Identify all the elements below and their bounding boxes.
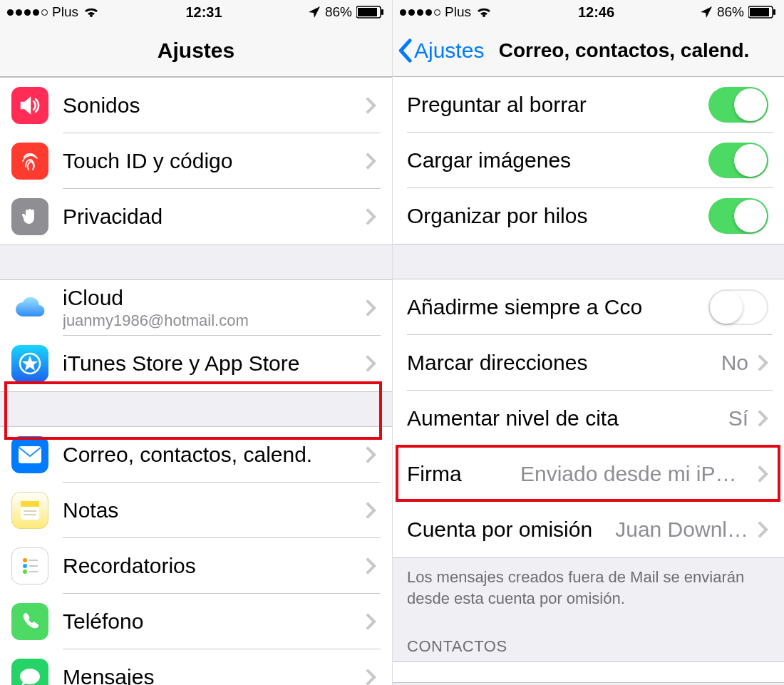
chevron-right-icon — [365, 354, 376, 373]
svg-rect-1 — [358, 8, 377, 16]
chevron-right-icon — [365, 668, 376, 685]
toggle-switch[interactable] — [708, 289, 768, 325]
battery-percent: 86% — [325, 4, 352, 20]
row-label: Notas — [63, 498, 356, 522]
battery-percent: 86% — [717, 4, 744, 20]
mail-settings-list[interactable]: Preguntar al borrar Cargar imágenes Orga… — [393, 77, 784, 685]
row-label: Firma — [407, 462, 512, 486]
clock: 12:46 — [578, 4, 614, 21]
svg-rect-2 — [381, 9, 383, 15]
settings-list[interactable]: Sonidos Touch ID y código Privacidad — [0, 77, 392, 685]
chevron-right-icon — [365, 152, 376, 170]
svg-rect-16 — [750, 8, 769, 16]
row-touchid[interactable]: Touch ID y código — [0, 133, 392, 189]
page-title: Ajustes — [158, 38, 234, 63]
carrier-label: Plus — [52, 4, 78, 20]
row-label: Marcar direcciones — [407, 351, 713, 375]
row-label: Teléfono — [63, 609, 356, 634]
mail-settings-pane: Plus 12:46 86% Ajustes Correo, contactos… — [392, 0, 784, 685]
settings-group — [393, 661, 784, 683]
row-sonidos[interactable]: Sonidos — [0, 78, 392, 133]
row-label: Organizar por hilos — [407, 204, 708, 228]
row-value: Juan Downl… — [615, 517, 748, 542]
chevron-right-icon — [365, 557, 376, 575]
row-marcar-direcciones[interactable]: Marcar direcciones No — [393, 335, 784, 391]
chevron-right-icon — [365, 612, 376, 631]
battery-icon — [356, 6, 385, 19]
row-label: iCloud — [63, 286, 356, 310]
wifi-icon — [475, 6, 492, 19]
svg-rect-4 — [19, 446, 41, 463]
svg-point-9 — [23, 558, 27, 562]
row-cco[interactable]: Añadirme siempre a Cco — [393, 279, 784, 335]
row-label: Recordatorios — [63, 554, 356, 578]
row-label: Sonidos — [63, 93, 356, 118]
row-cuenta-omision[interactable]: Cuenta por omisión Juan Downl… — [393, 502, 784, 557]
carrier-label: Plus — [445, 4, 471, 20]
signal-icon — [7, 9, 48, 16]
row-preguntar-borrar[interactable]: Preguntar al borrar — [393, 77, 784, 133]
signal-icon — [400, 9, 440, 16]
row-sublabel: juanmy1986@hotmail.com — [63, 311, 356, 330]
phone-icon — [11, 603, 48, 640]
chevron-right-icon — [365, 445, 376, 464]
svg-rect-17 — [773, 9, 775, 15]
row-privacidad[interactable]: Privacidad — [0, 189, 392, 244]
row-value: Enviado desde mi iPhone — [520, 462, 748, 486]
chevron-right-icon — [365, 501, 376, 520]
clock: 12:31 — [185, 4, 222, 21]
row-appstore[interactable]: iTunes Store y App Store — [0, 336, 392, 391]
row-label: Touch ID y código — [63, 149, 356, 173]
row-icloud[interactable]: iCloud juanmy1986@hotmail.com — [0, 280, 392, 336]
row-value: Sí — [728, 406, 748, 431]
row-label: Cargar imágenes — [407, 148, 708, 172]
battery-icon — [748, 6, 777, 19]
row-firma[interactable]: Firma Enviado desde mi iPhone — [393, 446, 784, 502]
row-nivel-cita[interactable]: Aumentar nivel de cita Sí — [393, 391, 784, 446]
location-icon — [308, 6, 321, 19]
nav-bar: Ajustes — [0, 24, 392, 77]
row-label: Cuenta por omisión — [407, 517, 607, 542]
settings-group: Añadirme siempre a Cco Marcar direccione… — [393, 279, 784, 558]
footer-note: Los mensajes creados fuera de Mail se en… — [393, 558, 784, 617]
row-value: No — [721, 351, 748, 375]
row-organizar-hilos[interactable]: Organizar por hilos — [393, 188, 784, 244]
cloud-icon — [11, 289, 48, 326]
toggle-switch[interactable] — [708, 198, 768, 234]
row-label: iTunes Store y App Store — [63, 351, 356, 376]
hand-icon — [11, 198, 48, 235]
chevron-right-icon — [757, 354, 768, 372]
appstore-icon — [11, 345, 48, 382]
messages-icon — [11, 659, 48, 685]
reminders-icon — [11, 547, 48, 584]
speaker-icon — [11, 87, 48, 124]
row-cargar-imagenes[interactable]: Cargar imágenes — [393, 133, 784, 188]
chevron-right-icon — [365, 207, 376, 226]
status-bar: Plus 12:31 86% — [0, 0, 392, 24]
page-title: Correo, contactos, calend. — [499, 39, 750, 62]
svg-rect-6 — [21, 501, 39, 507]
row-label: Añadirme siempre a Cco — [407, 295, 708, 319]
chevron-right-icon — [365, 96, 376, 115]
row-mensajes[interactable]: Mensajes — [0, 649, 392, 685]
row-label: Aumentar nivel de cita — [407, 406, 720, 431]
row-telefono[interactable]: Teléfono — [0, 594, 392, 649]
chevron-right-icon — [757, 520, 768, 539]
chevron-right-icon — [365, 299, 376, 317]
row-label: Mensajes — [63, 665, 356, 685]
back-label: Ajustes — [414, 38, 484, 63]
toggle-switch[interactable] — [708, 87, 768, 123]
settings-group: iCloud juanmy1986@hotmail.com iTunes Sto… — [0, 279, 392, 392]
row-notas[interactable]: Notas — [0, 483, 392, 538]
status-bar: Plus 12:46 86% — [393, 0, 784, 24]
notes-icon — [11, 492, 48, 529]
section-header-contactos: CONTACTOS — [393, 617, 784, 661]
back-button[interactable]: Ajustes — [397, 24, 484, 76]
row-mail[interactable]: Correo, contactos, calend. — [0, 427, 392, 483]
row-label: Privacidad — [63, 205, 356, 229]
wifi-icon — [83, 6, 100, 19]
toggle-switch[interactable] — [708, 143, 768, 178]
row-label: Preguntar al borrar — [407, 93, 708, 117]
row-recordatorios[interactable]: Recordatorios — [0, 538, 392, 594]
svg-point-11 — [23, 570, 27, 574]
